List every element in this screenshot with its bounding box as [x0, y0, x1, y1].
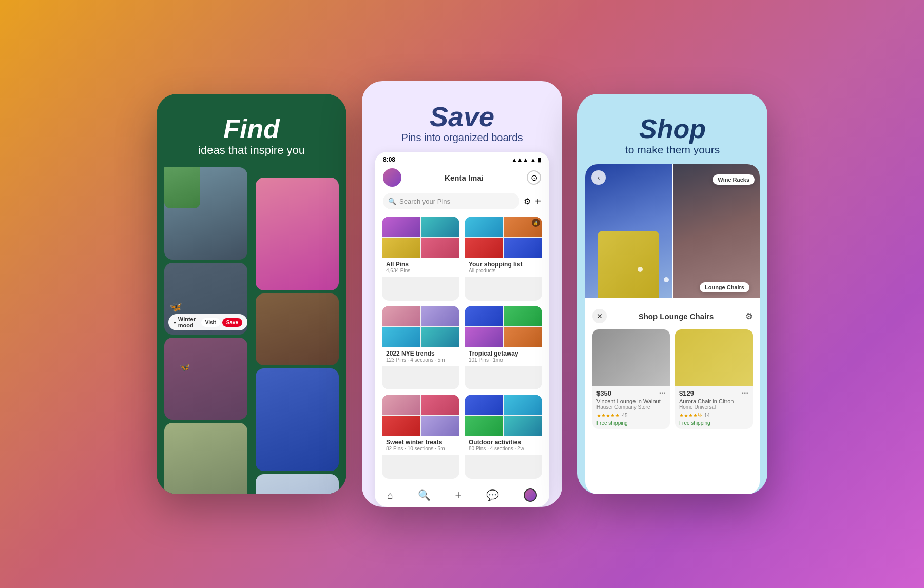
nav-avatar[interactable]: [524, 488, 537, 502]
shop-bg-images: ‹ Wine Racks Lounge Chairs: [585, 164, 760, 298]
cover-cell: [465, 217, 503, 237]
board-name: 2022 NYE trends: [386, 350, 455, 357]
search-box[interactable]: 🔍 Search your Pins: [383, 193, 519, 209]
more-options-icon-2[interactable]: ···: [742, 389, 748, 397]
star-count-1: 45: [622, 413, 627, 418]
left-column: ● Winter mood Visit Save: [164, 167, 247, 494]
back-button[interactable]: ‹: [591, 170, 606, 185]
card-save: Save Pins into organized boards 8:08 ▲▲▲…: [362, 81, 562, 507]
board-nye-trends[interactable]: 2022 NYE trends 123 Pins · 4 sections · …: [382, 306, 459, 390]
pink-coat-image: [256, 178, 339, 290]
product-info-1: $350 ··· Vincent Lounge in Walnut Hauser…: [592, 386, 670, 429]
save-headline-sub: Pins into organized boards: [401, 132, 523, 144]
yellow-chair-image: [598, 231, 659, 298]
profile-name: Kenta Imai: [401, 173, 527, 182]
cover-cell: [421, 395, 460, 415]
profile-row: Kenta Imai ⊙: [375, 165, 549, 190]
cover-cell: [421, 416, 460, 436]
profile-avatar: [383, 168, 401, 187]
product-shipping-2: Free shipping: [679, 420, 748, 426]
product-stars-row-1: ★★★★★ 45: [596, 410, 666, 419]
record-button[interactable]: ⊙: [527, 170, 541, 185]
board-info: Your shopping list All products: [465, 258, 542, 277]
board-info: All Pins 4,634 Pins: [382, 258, 459, 277]
cover-cell: [421, 306, 460, 326]
board-tropical-getaway[interactable]: Tropical getaway 101 Pins · 1mo: [465, 306, 542, 390]
board-outdoor-activities[interactable]: Outdoor activities 80 Pins · 4 sections …: [465, 395, 542, 479]
lounge-chairs-tag[interactable]: Lounge Chairs: [700, 282, 749, 292]
search-nav-icon[interactable]: 🔍: [418, 489, 431, 501]
chat-nav-icon[interactable]: 💬: [486, 489, 499, 501]
shop-products-grid: $350 ··· Vincent Lounge in Walnut Hauser…: [592, 329, 753, 429]
product-store-1: Hauser Company Store: [596, 404, 666, 410]
cover-cell: [504, 238, 543, 258]
find-image-grid: ● Winter mood Visit Save 🦋 🦋: [164, 167, 339, 494]
more-options-icon-1[interactable]: ···: [659, 389, 666, 397]
product-image-1: [592, 329, 670, 386]
board-name: Sweet winter treats: [386, 439, 455, 446]
butterfly-decoration-1: 🦋: [169, 301, 182, 313]
cover-cell: [504, 416, 543, 436]
board-name: Tropical getaway: [469, 350, 538, 357]
close-button[interactable]: ✕: [592, 309, 607, 323]
add-icon[interactable]: +: [535, 195, 541, 207]
board-all-pins[interactable]: All Pins 4,634 Pins: [382, 217, 459, 301]
filter-icon[interactable]: ⚙: [524, 197, 531, 206]
add-nav-icon[interactable]: +: [455, 488, 462, 502]
product-name-2: Aurora Chair in Citron: [679, 398, 748, 404]
product-stars-1: ★★★★★: [596, 413, 620, 418]
cover-cell: [504, 327, 543, 347]
cover-cell: [465, 416, 503, 436]
board-info: Outdoor activities 80 Pins · 4 sections …: [465, 436, 542, 455]
board-cover: [382, 395, 459, 436]
product-stars-2: ★★★★½: [679, 413, 702, 418]
product-card-1[interactable]: $350 ··· Vincent Lounge in Walnut Hauser…: [592, 329, 670, 429]
boards-grid: All Pins 4,634 Pins 🔒 Your shopping list…: [375, 212, 549, 483]
save-headline: Save Pins into organized boards: [401, 102, 523, 144]
right-column: [256, 178, 339, 494]
star-count-2: 14: [704, 413, 710, 418]
product-store-2: Home Universal: [679, 404, 748, 410]
vase-image: [164, 423, 247, 494]
cover-cell: [421, 327, 460, 347]
status-icons: ▲▲▲ ▲ ▮: [511, 156, 541, 163]
search-icon: 🔍: [388, 198, 396, 205]
board-shopping-list[interactable]: 🔒 Your shopping list All products: [465, 217, 542, 301]
shop-headline: Shop to make them yours: [625, 114, 720, 156]
bottom-nav: ⌂ 🔍 + 💬: [375, 483, 549, 507]
find-headline-sub: ideas that inspire you: [198, 144, 305, 157]
cover-cell: [465, 306, 503, 326]
product-image-2: [675, 329, 753, 386]
cover-cell: [382, 416, 420, 436]
save-button[interactable]: Save: [222, 318, 242, 327]
cover-cell: [382, 306, 420, 326]
status-time: 8:08: [383, 156, 395, 163]
find-headline-italic: Find: [198, 114, 305, 144]
cover-cell: [382, 395, 420, 415]
board-count: 101 Pins · 1mo: [469, 357, 538, 363]
board-cover: [465, 306, 542, 347]
product-card-2[interactable]: $129 ··· Aurora Chair in Citron Home Uni…: [675, 329, 753, 429]
board-cover: [465, 395, 542, 436]
product-name-1: Vincent Lounge in Walnut: [596, 398, 666, 404]
filter-icon[interactable]: ⚙: [745, 311, 753, 321]
hands-drink-image: [256, 293, 339, 365]
product-shipping-1: Free shipping: [596, 420, 666, 426]
battery-icon: ▮: [538, 156, 541, 163]
shop-headline-italic: Shop: [625, 114, 720, 144]
visit-button[interactable]: Visit: [201, 318, 220, 327]
board-name: Outdoor activities: [469, 439, 538, 446]
shop-panel-header: ✕ Shop Lounge Chairs ⚙: [592, 309, 753, 323]
wine-racks-tag[interactable]: Wine Racks: [713, 174, 755, 185]
board-count: All products: [469, 268, 538, 273]
cover-cell: [382, 327, 420, 347]
board-winter-treats[interactable]: Sweet winter treats 82 Pins · 10 section…: [382, 395, 459, 479]
home-nav-icon[interactable]: ⌂: [387, 489, 393, 501]
board-count: 80 Pins · 4 sections · 2w: [469, 446, 538, 452]
winter-mood-badge: ● Winter mood Visit Save: [168, 314, 247, 330]
board-info: Sweet winter treats 82 Pins · 10 section…: [382, 436, 459, 455]
search-placeholder: Search your Pins: [399, 198, 450, 205]
board-cover: [382, 217, 459, 258]
cover-cell: [421, 238, 460, 258]
phone-screen: 8:08 ▲▲▲ ▲ ▮ Kenta Imai ⊙ 🔍 Search your …: [375, 152, 549, 507]
